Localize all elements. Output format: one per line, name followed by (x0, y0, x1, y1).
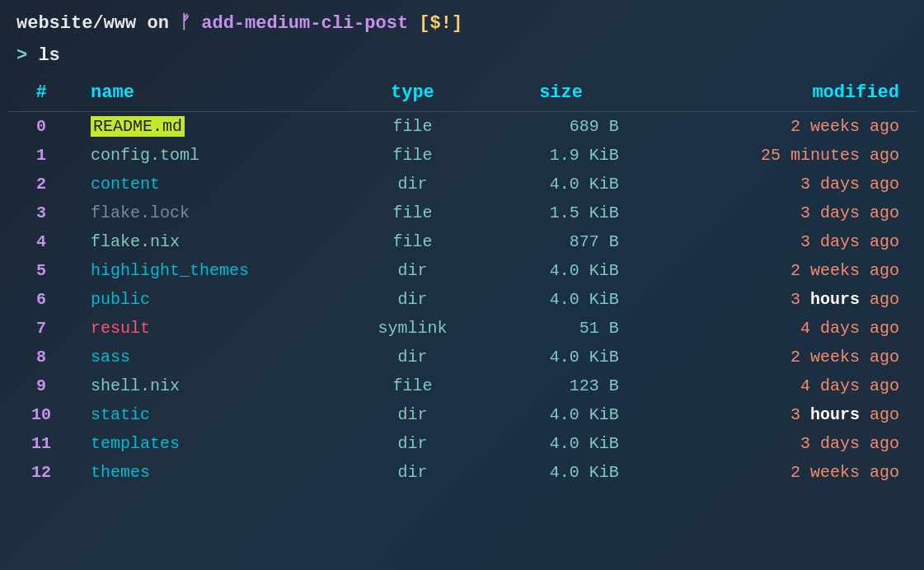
cell-name: public (74, 285, 338, 314)
cell-type: dir (338, 429, 486, 458)
cell-name: shell.nix (74, 371, 338, 400)
cell-type: dir (338, 256, 486, 285)
cell-modified: 3 hours ago (636, 400, 916, 429)
header-on-text: on (147, 13, 180, 34)
branch-icon: ᚠ (180, 13, 190, 34)
table-row: 6publicdir4.0 KiB3 hours ago (8, 285, 916, 314)
cell-modified: 3 days ago (636, 170, 916, 199)
cell-type: dir (338, 170, 486, 199)
cell-type: file (338, 227, 486, 256)
cell-type: dir (338, 400, 486, 429)
cell-type: dir (338, 285, 486, 314)
cell-name: config.toml (74, 141, 338, 170)
prompt-char: > (16, 45, 27, 66)
cell-type: symlink (338, 314, 486, 343)
cell-num: 12 (8, 458, 74, 487)
cell-type: dir (338, 458, 486, 487)
file-table: # name type size modified 0README.mdfile… (8, 74, 916, 487)
table-row: 0README.mdfile689 B2 weeks ago (8, 111, 916, 141)
col-header-num: # (8, 74, 74, 112)
ls-output-table: # name type size modified 0README.mdfile… (0, 74, 924, 570)
col-header-type: type (338, 74, 486, 112)
cell-num: 4 (8, 227, 74, 256)
cell-type: file (338, 199, 486, 227)
table-row: 9shell.nixfile123 B4 days ago (8, 371, 916, 400)
cell-modified: 4 days ago (636, 314, 916, 343)
cell-name: flake.nix (74, 227, 338, 256)
cell-size: 4.0 KiB (487, 170, 636, 199)
col-header-name: name (74, 74, 338, 112)
cell-name: content (74, 170, 338, 199)
cell-num: 2 (8, 170, 74, 199)
table-header-row: # name type size modified (8, 74, 916, 112)
cell-modified: 2 weeks ago (636, 458, 916, 487)
cell-type: file (338, 111, 486, 141)
cell-size: 4.0 KiB (487, 458, 636, 487)
cell-num: 10 (8, 400, 74, 429)
cell-size: 4.0 KiB (487, 429, 636, 458)
cell-type: file (338, 371, 486, 400)
cell-modified: 3 days ago (636, 429, 916, 458)
table-row: 1config.tomlfile1.9 KiB25 minutes ago (8, 141, 916, 170)
cell-size: 1.5 KiB (487, 199, 636, 227)
table-row: 3flake.lockfile1.5 KiB3 days ago (8, 199, 916, 227)
cell-size: 4.0 KiB (487, 343, 636, 371)
cell-name: sass (74, 343, 338, 371)
col-header-size: size (487, 74, 636, 112)
header-path: website/www (16, 13, 136, 34)
cell-name: result (74, 314, 338, 343)
cell-name: templates (74, 429, 338, 458)
cell-type: dir (338, 343, 486, 371)
cell-num: 5 (8, 256, 74, 285)
table-row: 2contentdir4.0 KiB3 days ago (8, 170, 916, 199)
cell-size: 123 B (487, 371, 636, 400)
cell-modified: 3 days ago (636, 227, 916, 256)
table-row: 10staticdir4.0 KiB3 hours ago (8, 400, 916, 429)
header-status: [$!] (419, 13, 462, 34)
cell-modified: 2 weeks ago (636, 111, 916, 141)
cell-num: 0 (8, 111, 74, 141)
table-row: 12themesdir4.0 KiB2 weeks ago (8, 458, 916, 487)
cell-num: 1 (8, 141, 74, 170)
col-header-modified: modified (636, 74, 916, 112)
prompt-command: ls (38, 45, 59, 66)
cell-size: 4.0 KiB (487, 256, 636, 285)
terminal-window: website/www on ᚠ add-medium-cli-post [$!… (0, 0, 924, 570)
cell-modified: 3 days ago (636, 199, 916, 227)
cell-name: README.md (74, 111, 338, 141)
table-row: 4flake.nixfile877 B3 days ago (8, 227, 916, 256)
table-row: 7resultsymlink51 B4 days ago (8, 314, 916, 343)
prompt-line: > ls (0, 44, 924, 74)
cell-size: 51 B (487, 314, 636, 343)
cell-size: 4.0 KiB (487, 400, 636, 429)
cell-size: 1.9 KiB (487, 141, 636, 170)
cell-num: 3 (8, 199, 74, 227)
table-row: 5highlight_themesdir4.0 KiB2 weeks ago (8, 256, 916, 285)
cell-type: file (338, 141, 486, 170)
cell-size: 689 B (487, 111, 636, 141)
cell-name: static (74, 400, 338, 429)
cell-num: 11 (8, 429, 74, 458)
cell-modified: 2 weeks ago (636, 343, 916, 371)
cell-size: 877 B (487, 227, 636, 256)
cell-name: flake.lock (74, 199, 338, 227)
table-row: 11templatesdir4.0 KiB3 days ago (8, 429, 916, 458)
cell-num: 6 (8, 285, 74, 314)
cell-name: themes (74, 458, 338, 487)
cell-modified: 4 days ago (636, 371, 916, 400)
terminal-header: website/www on ᚠ add-medium-cli-post [$!… (0, 0, 924, 44)
table-row: 8sassdir4.0 KiB2 weeks ago (8, 343, 916, 371)
cell-name: highlight_themes (74, 256, 338, 285)
cell-modified: 3 hours ago (636, 285, 916, 314)
cell-modified: 25 minutes ago (636, 141, 916, 170)
cell-num: 8 (8, 343, 74, 371)
header-branch: add-medium-cli-post (201, 13, 408, 34)
cell-num: 7 (8, 314, 74, 343)
cell-num: 9 (8, 371, 74, 400)
cell-size: 4.0 KiB (487, 285, 636, 314)
cell-modified: 2 weeks ago (636, 256, 916, 285)
